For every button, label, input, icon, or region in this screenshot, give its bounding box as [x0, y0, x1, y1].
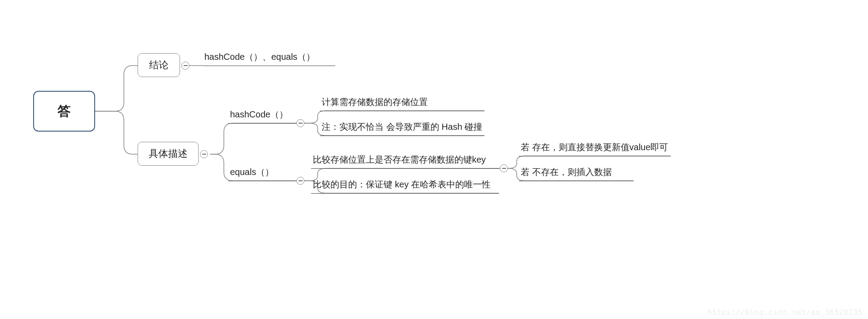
node-conclusion-label: 结论 — [149, 58, 169, 72]
leaf-equals-purpose: 比较的目的：保证键 key 在哈希表中的唯一性 — [311, 180, 499, 194]
watermark: https://blog.csdn.net/qq_36520235 — [707, 308, 863, 316]
leaf-hashcode-equals: hashCode（）、equals（） — [203, 52, 335, 66]
leaf-equals-exists: 若 存在，则直接替换更新值value即可 — [519, 143, 671, 156]
leaf-hashcode-desc1: 计算需存储数据的存储位置 — [320, 97, 484, 111]
collapse-icon[interactable] — [500, 164, 508, 172]
node-detail[interactable]: 具体描述 — [138, 142, 199, 166]
node-detail-label: 具体描述 — [149, 147, 188, 160]
leaf-hashcode-desc2: 注：实现不恰当 会导致严重的 Hash 碰撞 — [320, 122, 484, 136]
collapse-icon[interactable] — [200, 150, 208, 158]
root-node[interactable]: 答 — [33, 91, 95, 132]
node-conclusion[interactable]: 结论 — [138, 53, 180, 77]
leaf-equals-label: equals（） — [228, 167, 300, 181]
collapse-icon[interactable] — [181, 62, 189, 70]
root-label: 答 — [58, 102, 71, 121]
leaf-equals-notexists: 若 不存在，则插入数据 — [519, 167, 634, 181]
collapse-icon[interactable] — [296, 177, 304, 185]
collapse-icon[interactable] — [296, 119, 304, 127]
leaf-hashcode-label: hashCode（） — [228, 110, 300, 124]
leaf-equals-compare: 比较存储位置上是否存在需存储数据的键key — [311, 155, 499, 169]
